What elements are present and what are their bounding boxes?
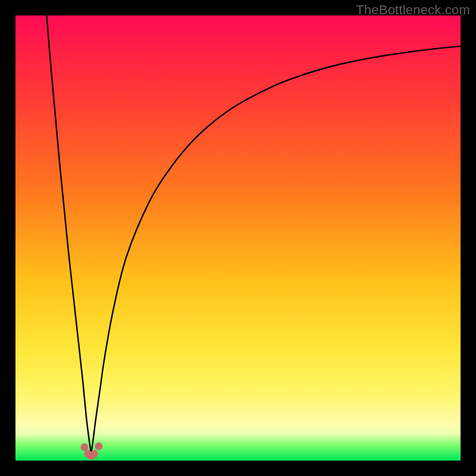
plot-area — [15, 15, 461, 461]
notch-marker — [90, 450, 98, 458]
curve-right_branch — [91, 46, 461, 454]
curve-layer — [15, 15, 461, 461]
curve-left_branch — [46, 15, 91, 454]
watermark-text: TheBottleneck.com — [356, 2, 470, 18]
notch-marker — [80, 443, 88, 451]
notch-marker — [95, 443, 102, 450]
chart-frame: TheBottleneck.com — [0, 0, 476, 476]
